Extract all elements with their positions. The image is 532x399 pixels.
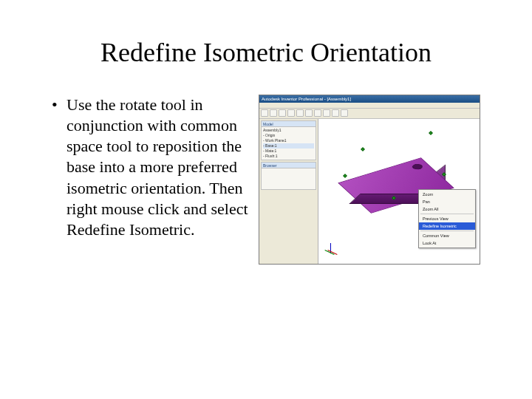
sidebar-panel-browser: Browser: [261, 162, 316, 190]
tree-item[interactable]: - Flush:1: [263, 154, 314, 159]
figure-column: Autodesk Inventor Professional - [Assemb…: [259, 95, 502, 272]
context-menu-item[interactable]: Look At: [419, 239, 475, 247]
toolbar-button[interactable]: [305, 109, 313, 117]
coordinate-system-icon: [323, 242, 341, 259]
bullet-item: • Use the rotate tool in conjunction wit…: [52, 95, 251, 240]
toolbar-button[interactable]: [287, 109, 295, 117]
toolbar-button[interactable]: [270, 109, 277, 117]
panel-header: Model: [262, 121, 316, 127]
panel-header: Browser: [262, 163, 316, 168]
context-menu-item[interactable]: Common View: [419, 232, 475, 239]
panel-body: [262, 168, 316, 189]
bullet-column: • Use the rotate tool in conjunction wit…: [30, 95, 251, 240]
context-menu-separator: [420, 214, 474, 214]
sidebar-panel-model: Model Assembly1 - Origin - Work Plane1 -…: [261, 120, 316, 160]
context-menu-item[interactable]: Pan: [419, 198, 475, 205]
toolbar-button[interactable]: [332, 109, 339, 117]
app-body: Model Assembly1 - Origin - Work Plane1 -…: [259, 119, 480, 264]
toolbar-button[interactable]: [341, 109, 348, 117]
context-menu-item[interactable]: Zoom: [419, 191, 475, 198]
tree-item[interactable]: Assembly1: [263, 128, 314, 133]
bullet-text: Use the rotate tool in conjunction with …: [66, 95, 251, 240]
toolbar-button[interactable]: [314, 109, 321, 117]
toolbar-button[interactable]: [279, 109, 286, 117]
panel-body: Assembly1 - Origin - Work Plane1 - Base:…: [262, 127, 316, 160]
model-hole: [410, 163, 424, 171]
viewport[interactable]: Zoom Pan Zoom All Previous View Redefine…: [318, 119, 480, 264]
context-menu-item-redefine-isometric[interactable]: Redefine Isometric: [419, 222, 475, 230]
edge-marker-icon: [361, 147, 365, 151]
app-menubar: [259, 103, 480, 109]
bullet-marker: •: [52, 95, 66, 240]
context-menu-separator: [420, 231, 474, 231]
content-row: • Use the rotate tool in conjunction wit…: [30, 95, 502, 272]
toolbar-button[interactable]: [323, 109, 330, 117]
toolbar-button[interactable]: [261, 109, 268, 117]
app-sidebar: Model Assembly1 - Origin - Work Plane1 -…: [259, 119, 318, 264]
toolbar-button[interactable]: [296, 109, 304, 117]
app-titlebar: Autodesk Inventor Professional - [Assemb…: [259, 95, 480, 103]
context-menu-item[interactable]: Zoom All: [419, 205, 475, 213]
tree-item[interactable]: - Mate:1: [263, 149, 314, 154]
tree-item[interactable]: - Origin: [263, 133, 314, 138]
context-menu-item[interactable]: Previous View: [419, 215, 475, 222]
edge-marker-icon: [343, 174, 347, 178]
cad-app-window: Autodesk Inventor Professional - [Assemb…: [259, 95, 480, 265]
edge-marker-icon: [429, 131, 433, 135]
tree-item[interactable]: - Base:1: [263, 143, 314, 149]
slide-title: Redefine Isometric Orientation: [30, 37, 502, 68]
slide: Redefine Isometric Orientation • Use the…: [0, 0, 532, 399]
tree-item[interactable]: - Work Plane1: [263, 138, 314, 143]
context-menu: Zoom Pan Zoom All Previous View Redefine…: [418, 189, 476, 248]
app-toolbar: [259, 109, 480, 119]
